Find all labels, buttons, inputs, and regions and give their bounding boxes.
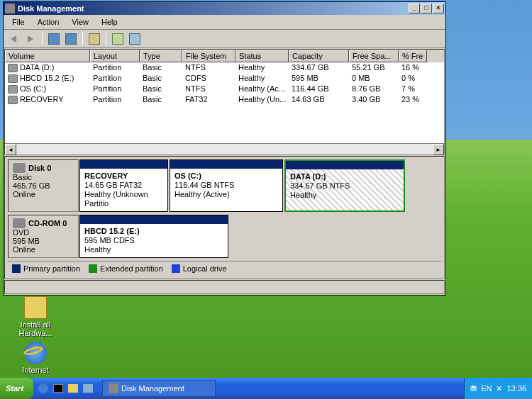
cell: Basic — [140, 74, 182, 83]
disk-row: CD-ROM 0DVD595 MBOnlineHBCD 15.2 (E:)595… — [8, 215, 441, 258]
menu-file[interactable]: File — [6, 16, 31, 28]
toolbar-icon-1[interactable] — [47, 32, 61, 46]
cell: NTFS — [182, 63, 235, 72]
toolbar-icon-3[interactable] — [87, 32, 101, 46]
graphical-view: Disk 0Basic465.76 GBOnlineRECOVERY14.65 … — [4, 156, 445, 279]
cell: 3.40 GB — [349, 95, 399, 104]
cell: Basic — [140, 84, 182, 94]
cell: RECOVERY — [5, 95, 90, 104]
close-button[interactable]: × — [433, 4, 444, 13]
menu-view[interactable]: View — [66, 16, 94, 28]
scroll-left-button[interactable]: ◄ — [5, 144, 16, 155]
forward-button[interactable] — [23, 32, 38, 46]
tray-icon[interactable]: ✕ — [496, 384, 502, 393]
system-tray[interactable]: ⛃ EN ✕ 13:36 — [464, 378, 532, 399]
tray-drive-icon[interactable]: ⛃ — [470, 384, 477, 393]
clock: 13:36 — [506, 384, 526, 393]
toolbar-icon-2[interactable] — [64, 32, 78, 46]
legend-item: Primary partition — [12, 264, 80, 273]
status-bar — [4, 280, 445, 294]
maximize-button[interactable]: □ — [421, 4, 432, 13]
menubar: File Action View Help — [4, 15, 445, 30]
cell: 23 % — [399, 95, 427, 104]
partition[interactable]: OS (C:)116.44 GB NTFSHealthy (Active) — [170, 159, 283, 212]
cell: 14.63 GB — [289, 95, 349, 104]
disk-label[interactable]: Disk 0Basic465.76 GBOnline — [8, 159, 79, 212]
volume-row[interactable]: HBCD 15.2 (E:)PartitionBasicCDFSHealthy5… — [5, 73, 444, 84]
cell: 595 MB — [289, 74, 349, 83]
ql-explorer-icon[interactable] — [66, 381, 80, 396]
cell: 7 % — [399, 84, 427, 94]
desktop-icon-install[interactable]: Install all Hardwa... — [14, 296, 57, 337]
partition-header — [80, 215, 228, 224]
disk-label[interactable]: CD-ROM 0DVD595 MBOnline — [8, 215, 79, 258]
cell: 16 % — [399, 63, 427, 72]
cell: Partition — [90, 63, 140, 72]
volume-row[interactable]: OS (C:)PartitionBasicNTFSHealthy (Ac...1… — [5, 84, 444, 94]
ql-ie-icon[interactable] — [36, 381, 50, 396]
toolbar — [4, 30, 445, 48]
ql-desktop-icon[interactable] — [81, 381, 95, 396]
partition-header — [170, 160, 282, 169]
desktop-icon-internet[interactable]: Internet — [14, 342, 57, 374]
disk-row: Disk 0Basic465.76 GBOnlineRECOVERY14.65 … — [8, 159, 441, 212]
column-header[interactable]: Type — [140, 50, 182, 62]
volume-row[interactable]: RECOVERYPartitionBasicFAT32Healthy (Un..… — [5, 94, 444, 105]
titlebar[interactable]: Disk Management _ □ × — [4, 2, 445, 15]
scroll-track[interactable] — [16, 144, 433, 154]
language-indicator[interactable]: EN — [481, 384, 492, 393]
cell: Healthy (Ac... — [235, 84, 289, 94]
cell: Partition — [90, 74, 140, 83]
cell: DATA (D:) — [5, 63, 90, 72]
legend-swatch — [89, 264, 97, 273]
refresh-button[interactable] — [111, 32, 125, 46]
volume-row[interactable]: DATA (D:)PartitionBasicNTFSHealthy334.67… — [5, 62, 444, 73]
scroll-right-button[interactable]: ► — [433, 144, 444, 155]
cell: 8.76 GB — [349, 84, 399, 94]
app-icon — [5, 4, 15, 13]
menu-action[interactable]: Action — [32, 16, 65, 28]
partition-header — [80, 160, 167, 169]
back-button[interactable] — [6, 32, 21, 46]
cell: Healthy — [235, 63, 289, 72]
horizontal-scrollbar[interactable]: ◄ ► — [5, 143, 444, 154]
legend-item: Extended partition — [89, 264, 163, 273]
cell: Basic — [140, 95, 182, 104]
volume-icon — [8, 64, 18, 72]
column-header[interactable]: Status — [235, 50, 289, 62]
legend: Primary partitionExtended partitionLogic… — [8, 261, 441, 276]
task-app-icon — [109, 383, 118, 393]
cell: HBCD 15.2 (E:) — [5, 74, 90, 83]
window-title: Disk Management — [18, 4, 84, 13]
disk-management-window: Disk Management _ □ × File Action View H… — [3, 1, 446, 296]
cell: NTFS — [182, 84, 235, 94]
cell: Partition — [90, 95, 140, 104]
column-header[interactable]: Capacity — [289, 50, 349, 62]
column-header[interactable]: Layout — [90, 50, 140, 62]
column-header[interactable]: Volume — [5, 50, 90, 62]
column-header[interactable]: % Fre — [399, 50, 427, 62]
start-button[interactable]: Start — [0, 378, 33, 399]
menu-help[interactable]: Help — [96, 16, 123, 28]
cell: 116.44 GB — [289, 84, 349, 94]
disk-icon — [13, 218, 26, 228]
cell: Basic — [140, 63, 182, 72]
partition[interactable]: DATA (D:)334.67 GB NTFSHealthy — [284, 159, 405, 212]
volume-icon — [8, 85, 18, 94]
column-header[interactable]: File System — [182, 50, 235, 62]
ql-cmd-icon[interactable] — [51, 381, 65, 396]
volume-icon — [8, 96, 18, 104]
column-header[interactable]: Free Spa... — [349, 50, 399, 62]
taskbar-item-disk-management[interactable]: Disk Management — [102, 380, 216, 397]
partition[interactable]: RECOVERY14.65 GB FAT32Healthy (Unknown P… — [79, 159, 168, 212]
minimize-button[interactable]: _ — [409, 4, 420, 13]
toolbar-icon-5[interactable] — [128, 32, 142, 46]
partition[interactable]: HBCD 15.2 (E:)595 MB CDFSHealthy — [79, 215, 228, 258]
legend-swatch — [172, 264, 180, 273]
cell: CDFS — [182, 74, 235, 83]
cell: 334.67 GB — [289, 63, 349, 72]
volume-list[interactable]: VolumeLayoutTypeFile SystemStatusCapacit… — [4, 49, 445, 155]
partition-header — [286, 161, 404, 169]
folder-icon — [24, 296, 47, 319]
cell: Partition — [90, 84, 140, 94]
